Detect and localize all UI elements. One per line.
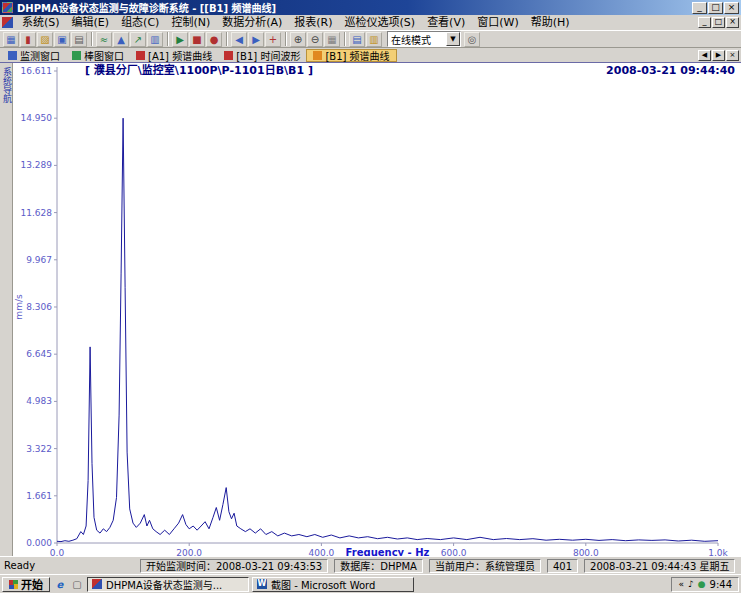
menu-item-inspector-options[interactable]: 巡检仪选项(S): [339, 15, 422, 30]
x-tick-label: 1.0k: [708, 548, 728, 556]
mode-select[interactable]: 在线模式 ▼: [387, 31, 461, 47]
status-tray-icon[interactable]: ●: [698, 579, 706, 589]
taskbar: 开始 e ▢ DHPMA设备状态监测与... W 截图 - Microsoft …: [0, 574, 741, 593]
menu-item-edit[interactable]: 编辑(E): [66, 15, 116, 30]
mdi-minimize-button[interactable]: _: [698, 17, 711, 28]
mdi-restore-button[interactable]: □: [712, 17, 725, 28]
y-tick-label: 8.306: [26, 302, 52, 312]
tab-scroll-right-button[interactable]: ▶: [712, 50, 725, 61]
x-tick-label: 200.0: [176, 548, 202, 556]
window-minimize-button[interactable]: _: [692, 2, 707, 14]
x-tick-label: 400.0: [309, 548, 335, 556]
taskbar-button-dhpma[interactable]: DHPMA设备状态监测与...: [87, 577, 249, 592]
spectrum-icon[interactable]: ▲: [113, 32, 129, 47]
dhpma-app-icon: [92, 579, 102, 589]
monitor-tab-icon: [8, 51, 17, 60]
menu-item-help[interactable]: 帮助(H): [525, 15, 576, 30]
bar-window-icon[interactable]: ▮: [20, 32, 36, 47]
status-ready-text: Ready: [4, 560, 134, 571]
menu-item-system[interactable]: 系统(S): [16, 15, 66, 30]
tab-label: [B1] 频谱曲线: [325, 48, 389, 63]
status-user-code: 401: [547, 559, 578, 573]
window-close-button[interactable]: ×: [724, 2, 739, 14]
menu-item-data-analysis[interactable]: 数据分析(A): [216, 15, 288, 30]
tab-b1-waveform[interactable]: [B1] 时间波形: [218, 49, 306, 62]
menu-item-control[interactable]: 控制(N): [165, 15, 216, 30]
arrow-left-icon[interactable]: ◀: [231, 32, 247, 47]
status-datetime: 2008-03-21 09:44:43 星期五: [584, 559, 735, 573]
list-icon[interactable]: ▥: [147, 32, 163, 47]
menu-item-view[interactable]: 查看(V): [421, 15, 471, 30]
bar-graph-tab-icon: [72, 51, 81, 60]
camera-icon[interactable]: ◎: [464, 32, 480, 47]
taskbar-button-word[interactable]: W 截图 - Microsoft Word: [252, 577, 414, 592]
x-tick-label: 0.0: [50, 548, 65, 556]
menu-bar: 系统(S) 编辑(E) 组态(C) 控制(N) 数据分析(A) 报表(R) 巡检…: [0, 15, 741, 30]
menu-item-config[interactable]: 组态(C): [115, 15, 165, 30]
show-desktop-icon[interactable]: ▢: [70, 577, 84, 591]
start-button[interactable]: 开始: [2, 577, 50, 592]
zoom-out-icon[interactable]: ⊖: [307, 32, 323, 47]
tray-expand-icon[interactable]: «: [678, 579, 684, 589]
left-sidebar[interactable]: 系统导航: [0, 63, 13, 556]
y-tick-label: 11.628: [21, 208, 53, 218]
y-tick-label: 4.983: [26, 396, 52, 406]
mode-select-value: 在线模式: [388, 32, 446, 47]
stop-acquire-icon[interactable]: ■: [189, 32, 205, 47]
tab-scroll-left-button[interactable]: ◀: [698, 50, 711, 61]
word-icon: W: [257, 579, 267, 589]
clock: 9:44: [710, 579, 732, 590]
tab-b1-spectrum[interactable]: [B1] 频谱曲线: [306, 49, 396, 62]
spectrum-tab-icon: [136, 51, 145, 60]
database-icon[interactable]: ▥: [366, 32, 382, 47]
record-icon[interactable]: ●: [206, 32, 222, 47]
tab-close-button[interactable]: ×: [726, 50, 739, 61]
chevron-down-icon[interactable]: ▼: [446, 32, 460, 46]
y-tick-label: 16.611: [21, 66, 53, 76]
taskbar-button-label: 截图 - Microsoft Word: [271, 577, 375, 592]
tab-bar-graph-window[interactable]: 棒图窗口: [66, 49, 130, 62]
start-acquire-icon[interactable]: ▶: [172, 32, 188, 47]
y-tick-label: 3.322: [26, 444, 52, 454]
toolbar-separator: [285, 32, 287, 46]
tab-label: 棒图窗口: [84, 48, 124, 63]
app-icon: [2, 2, 13, 13]
ie-quicklaunch-icon[interactable]: e: [53, 577, 67, 591]
tab-label: [A1] 频谱曲线: [148, 48, 212, 63]
open-icon[interactable]: ▨: [37, 32, 53, 47]
menu-item-window[interactable]: 窗口(W): [471, 15, 524, 30]
menu-item-report[interactable]: 报表(R): [288, 15, 338, 30]
system-tray: « ♪ ● 9:44: [671, 577, 739, 592]
zoom-in-icon[interactable]: ⊕: [290, 32, 306, 47]
print-icon[interactable]: ▤: [71, 32, 87, 47]
arrow-right-icon[interactable]: ▶: [248, 32, 264, 47]
tab-monitor-window[interactable]: 监测窗口: [2, 49, 66, 62]
tab-bar: 监测窗口 棒图窗口 [A1] 频谱曲线 [B1] 时间波形 [B1] 频谱曲线 …: [0, 48, 741, 62]
toolbar-separator: [91, 32, 93, 46]
application-window: DHPMA设备状态监测与故障诊断系统 - [[B1] 频谱曲线] _ □ × 系…: [0, 0, 741, 593]
save-icon[interactable]: ▣: [54, 32, 70, 47]
grid-icon[interactable]: ▦: [324, 32, 340, 47]
toolbar-separator: [167, 32, 169, 46]
waveform-icon[interactable]: ≈: [96, 32, 112, 47]
spectrum-chart: 0.0001.6613.3224.9836.6458.3069.96711.62…: [13, 63, 741, 556]
cross-cursor-icon[interactable]: +: [265, 32, 281, 47]
monitor-window-icon[interactable]: ▦: [3, 32, 19, 47]
toolbar: ▦▮▨▣▤≈▲↗▥▶■●◀▶+⊕⊖▦▤▥ 在线模式 ▼ ◎: [0, 30, 741, 48]
tab-a1-spectrum[interactable]: [A1] 频谱曲线: [130, 49, 218, 62]
chart-path-label: [ 濮县分厂\监控室\1100P\P-1101日B\B1 ]: [85, 63, 313, 77]
windows-flag-icon: [9, 580, 18, 589]
mdi-child-icon[interactable]: [2, 17, 13, 28]
window-maximize-button[interactable]: □: [708, 2, 723, 14]
mdi-close-button[interactable]: ×: [726, 17, 739, 28]
y-tick-label: 6.645: [26, 349, 52, 359]
spectrum-tab-icon: [313, 51, 322, 60]
y-tick-label: 1.661: [26, 491, 52, 501]
chart-timestamp: 2008-03-21 09:44:40: [606, 64, 735, 77]
volume-icon[interactable]: ♪: [688, 579, 694, 589]
x-axis-title: Frequency - Hz: [346, 547, 430, 556]
title-bar: DHPMA设备状态监测与故障诊断系统 - [[B1] 频谱曲线] _ □ ×: [0, 0, 741, 15]
trend-icon[interactable]: ↗: [130, 32, 146, 47]
start-button-label: 开始: [21, 576, 43, 592]
report-icon[interactable]: ▤: [349, 32, 365, 47]
